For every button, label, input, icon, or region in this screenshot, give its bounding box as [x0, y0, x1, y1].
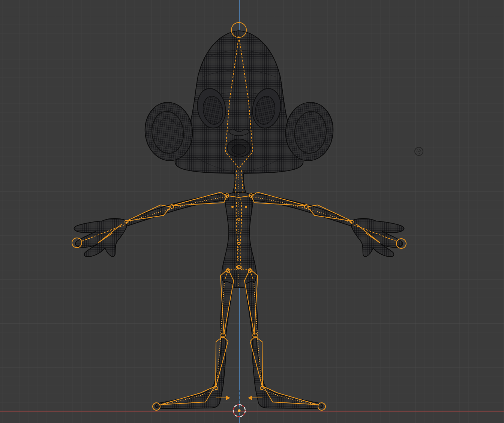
chest-vertex-dot-left — [231, 206, 234, 208]
empty-center-dot — [418, 151, 419, 152]
cursor-center-dot — [238, 410, 241, 412]
chest-vertex-dot-right — [245, 206, 247, 208]
mouth-mesh — [227, 139, 250, 157]
viewport-3d[interactable] — [0, 0, 504, 423]
viewport-canvas[interactable] — [0, 0, 504, 423]
